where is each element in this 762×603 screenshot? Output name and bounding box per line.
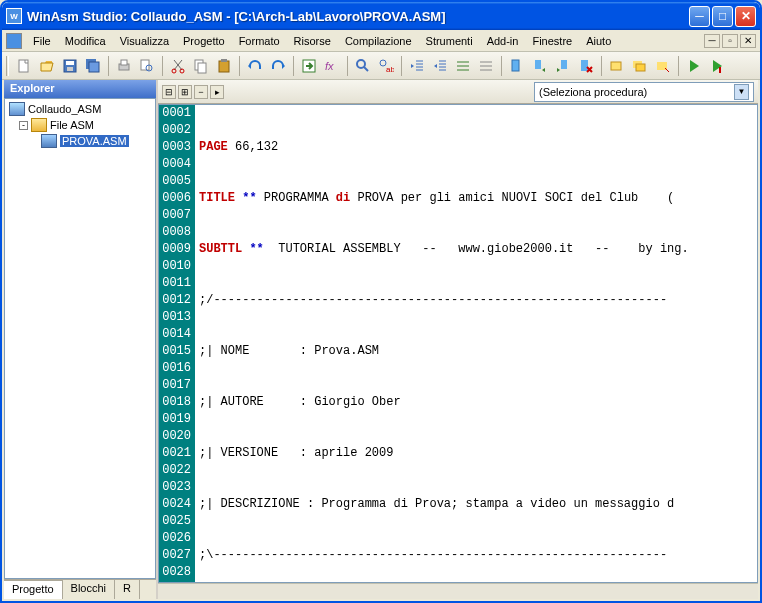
svg-rect-3: [67, 67, 73, 71]
function-icon[interactable]: fx: [321, 55, 343, 77]
code-editor[interactable]: 0001000200030004000500060007000800090010…: [158, 104, 758, 583]
editor-area: ⊟ ⊞ − ▸ (Seleziona procedura) ▼ 00010002…: [158, 80, 758, 599]
print-icon[interactable]: [113, 55, 135, 77]
menu-bar: File Modifica Visualizza Progetto Format…: [2, 30, 760, 52]
tree-collapse-icon[interactable]: -: [19, 121, 28, 130]
line-gutter: 0001000200030004000500060007000800090010…: [159, 105, 195, 582]
svg-rect-21: [512, 60, 519, 71]
menu-progetto[interactable]: Progetto: [176, 33, 232, 49]
tree-file-label: PROVA.ASM: [60, 135, 129, 147]
tree-root-label: Collaudo_ASM: [28, 103, 101, 115]
save-all-icon[interactable]: [82, 55, 104, 77]
print-preview-icon[interactable]: [136, 55, 158, 77]
doc-icon: [6, 33, 22, 49]
new-file-icon[interactable]: [13, 55, 35, 77]
svg-text:fx: fx: [325, 60, 334, 72]
bookmark-clear-icon[interactable]: [575, 55, 597, 77]
expand-all-icon[interactable]: ⊞: [178, 85, 192, 99]
menu-strumenti[interactable]: Strumenti: [419, 33, 480, 49]
bookmark-next-icon[interactable]: [529, 55, 551, 77]
uncomment-icon[interactable]: [475, 55, 497, 77]
bookmark-toggle-icon[interactable]: [506, 55, 528, 77]
tree-root[interactable]: Collaudo_ASM: [7, 101, 153, 117]
tab-progetto[interactable]: Progetto: [4, 580, 63, 599]
asm-file-icon: [41, 134, 57, 148]
find-icon[interactable]: [352, 55, 374, 77]
horizontal-scrollbar[interactable]: [158, 583, 758, 599]
titlebar: W WinAsm Studio: Collaudo_ASM - [C:\Arch…: [2, 2, 760, 30]
menu-file[interactable]: File: [26, 33, 58, 49]
svg-rect-7: [121, 60, 127, 65]
menu-visualizza[interactable]: Visualizza: [113, 33, 176, 49]
outdent-icon[interactable]: [406, 55, 428, 77]
svg-rect-2: [66, 61, 74, 65]
svg-rect-22: [535, 60, 541, 69]
mdi-close-button[interactable]: ✕: [740, 34, 756, 48]
project-tree[interactable]: Collaudo_ASM - File ASM PROVA.ASM: [4, 98, 156, 579]
svg-rect-24: [581, 60, 588, 71]
svg-rect-27: [636, 64, 645, 71]
procedure-placeholder: (Seleziona procedura): [539, 86, 647, 98]
replace-icon[interactable]: ab: [375, 55, 397, 77]
toolbar-grip[interactable]: [6, 56, 9, 76]
menu-compilazione[interactable]: Compilazione: [338, 33, 419, 49]
project-icon: [9, 102, 25, 116]
code-content[interactable]: PAGE 66,132 TITLE ** PROGRAMMA di PROVA …: [195, 105, 757, 582]
menu-finestre[interactable]: Finestre: [525, 33, 579, 49]
svg-rect-5: [89, 62, 99, 72]
open-icon[interactable]: [36, 55, 58, 77]
menu-formato[interactable]: Formato: [232, 33, 287, 49]
tree-folder[interactable]: - File ASM: [7, 117, 153, 133]
collapse-all-icon[interactable]: ⊟: [162, 85, 176, 99]
mdi-restore-button[interactable]: ▫: [722, 34, 738, 48]
rebuild-icon[interactable]: [652, 55, 674, 77]
svg-rect-25: [611, 62, 621, 70]
cut-icon[interactable]: [167, 55, 189, 77]
dash-icon[interactable]: −: [194, 85, 208, 99]
tab-blocchi[interactable]: Blocchi: [63, 580, 115, 599]
explorer-header: Explorer: [4, 80, 156, 98]
svg-rect-29: [719, 67, 721, 73]
tree-file[interactable]: PROVA.ASM: [7, 133, 153, 149]
redo-icon[interactable]: [267, 55, 289, 77]
svg-rect-23: [561, 60, 567, 69]
fold-icon[interactable]: ▸: [210, 85, 224, 99]
indent-icon[interactable]: [429, 55, 451, 77]
copy-icon[interactable]: [190, 55, 212, 77]
build-icon[interactable]: [606, 55, 628, 77]
tree-folder-label: File ASM: [50, 119, 94, 131]
editor-toolbar: ⊟ ⊞ − ▸ (Seleziona procedura) ▼: [158, 80, 758, 104]
menu-risorse[interactable]: Risorse: [287, 33, 338, 49]
svg-rect-15: [221, 59, 227, 62]
svg-rect-14: [219, 61, 229, 72]
mdi-controls: ─ ▫ ✕: [704, 34, 756, 48]
window-buttons: ─ □ ✕: [689, 6, 756, 27]
explorer-tabs: Progetto Blocchi R: [4, 579, 156, 599]
svg-rect-0: [19, 60, 28, 72]
build-all-icon[interactable]: [629, 55, 651, 77]
goto-icon[interactable]: [298, 55, 320, 77]
svg-text:ab: ab: [386, 65, 394, 74]
folder-icon: [31, 118, 47, 132]
window-title: WinAsm Studio: Collaudo_ASM - [C:\Arch-L…: [27, 9, 689, 24]
editor-small-buttons: ⊟ ⊞ − ▸: [162, 85, 224, 99]
dropdown-arrow-icon[interactable]: ▼: [734, 84, 749, 100]
procedure-select[interactable]: (Seleziona procedura) ▼: [534, 82, 754, 102]
maximize-button[interactable]: □: [712, 6, 733, 27]
menu-addin[interactable]: Add-in: [480, 33, 526, 49]
close-button[interactable]: ✕: [735, 6, 756, 27]
menu-aiuto[interactable]: Aiuto: [579, 33, 618, 49]
bookmark-prev-icon[interactable]: [552, 55, 574, 77]
svg-rect-13: [198, 63, 206, 73]
menu-modifica[interactable]: Modifica: [58, 33, 113, 49]
paste-icon[interactable]: [213, 55, 235, 77]
mdi-min-button[interactable]: ─: [704, 34, 720, 48]
save-icon[interactable]: [59, 55, 81, 77]
comment-icon[interactable]: [452, 55, 474, 77]
workspace: Explorer Collaudo_ASM - File ASM PROVA.A…: [4, 80, 758, 599]
undo-icon[interactable]: [244, 55, 266, 77]
minimize-button[interactable]: ─: [689, 6, 710, 27]
debug-icon[interactable]: [706, 55, 728, 77]
tab-r[interactable]: R: [115, 580, 140, 599]
run-icon[interactable]: [683, 55, 705, 77]
